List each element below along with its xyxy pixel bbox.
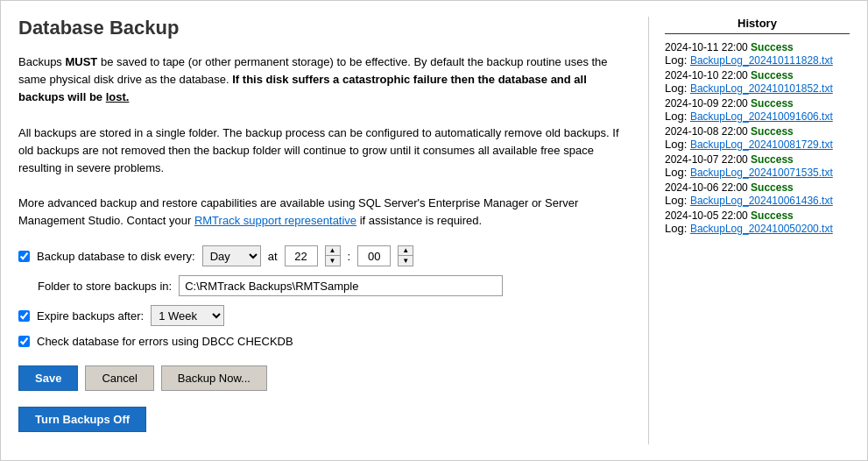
history-log-link[interactable]: Log: BackupLog_202410081729.txt (665, 138, 850, 151)
history-status: Success (751, 125, 794, 138)
history-list: 2024-10-11 22:00 Success Log: BackupLog_… (665, 41, 850, 235)
log-file-link[interactable]: BackupLog_202410061436.txt (690, 195, 833, 207)
history-datetime: 2024-10-09 22:00 (665, 97, 748, 110)
hour-down-arrow[interactable]: ▼ (326, 256, 340, 266)
history-date: 2024-10-07 22:00 Success (665, 153, 850, 166)
log-file-link[interactable]: BackupLog_202410050200.txt (690, 223, 833, 235)
folder-input[interactable] (179, 275, 503, 296)
hour-up-arrow[interactable]: ▲ (326, 246, 340, 256)
turn-backups-off-button[interactable]: Turn Backups Off (18, 407, 146, 432)
history-status: Success (751, 209, 794, 222)
minute-input[interactable] (357, 245, 391, 266)
log-file-link[interactable]: BackupLog_202410101852.txt (690, 82, 833, 95)
backup-now-button[interactable]: Backup Now... (161, 365, 267, 391)
minute-up-arrow[interactable]: ▲ (399, 246, 413, 256)
history-datetime: 2024-10-08 22:00 (665, 125, 748, 138)
log-file-link[interactable]: BackupLog_202410091606.txt (690, 110, 833, 123)
history-date: 2024-10-06 22:00 Success (665, 181, 850, 194)
folder-label: Folder to store backups in: (38, 280, 172, 293)
history-datetime: 2024-10-05 22:00 (665, 209, 748, 222)
history-status: Success (751, 97, 794, 110)
backup-frequency-label: Backup database to disk every: (37, 250, 195, 263)
history-date: 2024-10-11 22:00 Success (665, 41, 850, 53)
log-file-link[interactable]: BackupLog_202410081729.txt (690, 138, 833, 151)
cancel-button[interactable]: Cancel (85, 365, 153, 391)
history-status: Success (751, 69, 794, 82)
save-button[interactable]: Save (18, 365, 78, 391)
support-link[interactable]: RMTrack support representative (194, 214, 356, 227)
log-file-link[interactable]: BackupLog_202410111828.txt (690, 54, 833, 67)
folder-row: Folder to store backups in: (18, 275, 627, 296)
history-log-link[interactable]: Log: BackupLog_202410111828.txt (665, 53, 850, 67)
hour-input[interactable] (285, 245, 318, 266)
history-date: 2024-10-09 22:00 Success (665, 97, 850, 110)
backup-frequency-row: Backup database to disk every: Day Week … (18, 245, 627, 266)
history-date: 2024-10-10 22:00 Success (665, 69, 850, 82)
history-datetime: 2024-10-07 22:00 (665, 153, 748, 166)
history-date: 2024-10-05 22:00 Success (665, 209, 850, 222)
history-status: Success (751, 181, 794, 194)
at-label: at (268, 250, 278, 263)
history-log-link[interactable]: Log: BackupLog_202410071535.txt (665, 166, 850, 179)
history-item: 2024-10-05 22:00 Success Log: BackupLog_… (665, 209, 850, 235)
history-item: 2024-10-10 22:00 Success Log: BackupLog_… (665, 69, 850, 95)
expire-checkbox[interactable] (18, 310, 30, 322)
colon-separator: : (348, 250, 351, 263)
page-title: Database Backup (18, 17, 627, 39)
history-datetime: 2024-10-11 22:00 (665, 41, 748, 53)
history-status: Success (751, 153, 794, 166)
expire-row: Expire backups after: 1 Week 2 Weeks 1 M… (18, 305, 627, 326)
history-item: 2024-10-08 22:00 Success Log: BackupLog_… (665, 125, 850, 151)
frequency-select[interactable]: Day Week Month (202, 245, 261, 266)
history-item: 2024-10-06 22:00 Success Log: BackupLog_… (665, 181, 850, 207)
minute-spinner[interactable]: ▲ ▼ (398, 245, 413, 266)
history-datetime: 2024-10-06 22:00 (665, 181, 748, 194)
history-item: 2024-10-09 22:00 Success Log: BackupLog_… (665, 97, 850, 123)
history-item: 2024-10-07 22:00 Success Log: BackupLog_… (665, 153, 850, 179)
history-log-link[interactable]: Log: BackupLog_202410050200.txt (665, 222, 850, 235)
history-log-link[interactable]: Log: BackupLog_202410101852.txt (665, 82, 850, 95)
history-item: 2024-10-11 22:00 Success Log: BackupLog_… (665, 41, 850, 67)
hour-spinner[interactable]: ▲ ▼ (325, 245, 341, 266)
turn-backups-off-row: Turn Backups Off (18, 401, 627, 432)
checkdb-label: Check database for errors using DBCC CHE… (37, 335, 293, 348)
minute-down-arrow[interactable]: ▼ (399, 256, 413, 266)
checkdb-checkbox[interactable] (18, 336, 30, 347)
expire-label: Expire backups after: (37, 309, 144, 323)
checkdb-row: Check database for errors using DBCC CHE… (18, 335, 627, 348)
history-title: History (665, 17, 850, 34)
history-log-link[interactable]: Log: BackupLog_202410091606.txt (665, 110, 850, 123)
history-log-link[interactable]: Log: BackupLog_202410061436.txt (665, 194, 850, 207)
description-block: Backups MUST be saved to tape (or other … (18, 53, 627, 230)
backup-form: Backup database to disk every: Day Week … (18, 245, 627, 348)
history-date: 2024-10-08 22:00 Success (665, 125, 850, 138)
log-file-link[interactable]: BackupLog_202410071535.txt (690, 167, 833, 179)
expire-select[interactable]: 1 Week 2 Weeks 1 Month 3 Months (151, 305, 224, 326)
backup-enabled-checkbox[interactable] (18, 251, 30, 262)
action-buttons: Save Cancel Backup Now... (18, 365, 627, 391)
history-status: Success (751, 41, 794, 53)
history-section: History 2024-10-11 22:00 Success Log: Ba… (648, 17, 850, 444)
history-datetime: 2024-10-10 22:00 (665, 69, 748, 82)
